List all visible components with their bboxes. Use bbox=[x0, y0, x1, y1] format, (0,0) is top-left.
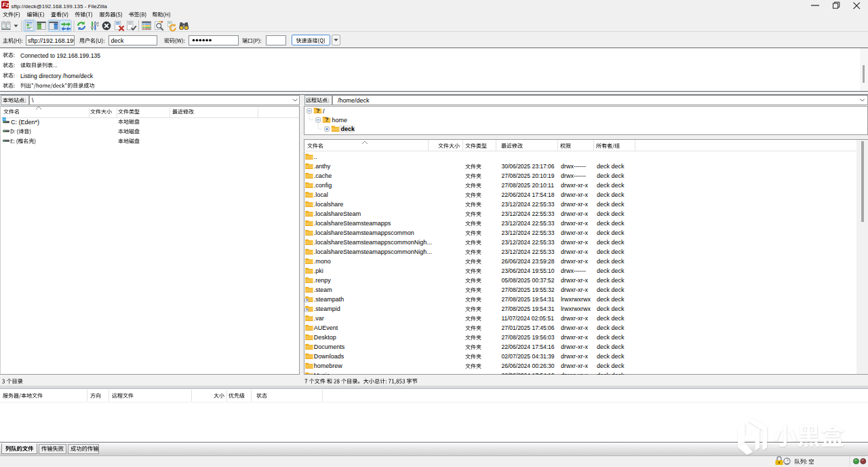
svg-text:?: ? bbox=[325, 116, 328, 123]
svg-text:?: ? bbox=[316, 107, 319, 114]
